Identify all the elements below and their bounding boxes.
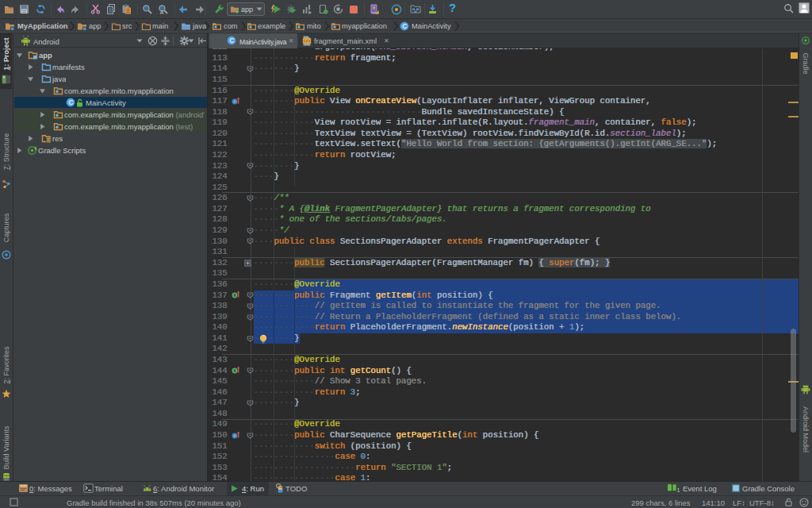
svg-text:A: A — [160, 10, 164, 15]
svg-text:C: C — [402, 22, 407, 30]
svg-text:C: C — [68, 98, 73, 106]
svg-text:C: C — [229, 37, 234, 44]
svg-text:1: 1 — [677, 487, 680, 493]
